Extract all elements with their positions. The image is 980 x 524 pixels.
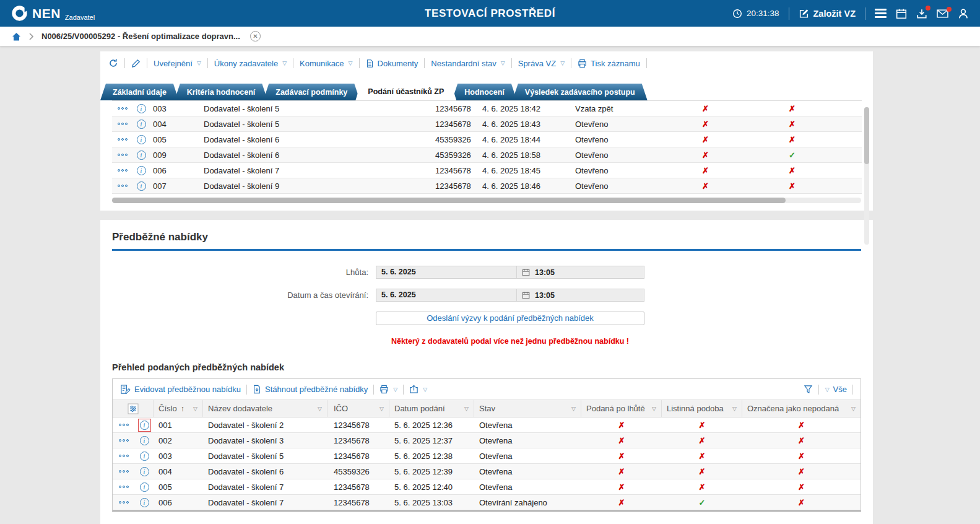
info-icon[interactable]: i [135, 483, 154, 492]
menu-ukony-zadavatele[interactable]: Úkony zadavatele▽ [214, 59, 287, 68]
scrollbar-thumb[interactable] [864, 107, 869, 164]
menu-dokumenty[interactable]: Dokumenty [366, 59, 418, 68]
table-row[interactable]: i 001 Dodavatel - školení 2 12345678 5. … [113, 417, 861, 433]
filter-dropdown-icon[interactable]: ▽ [464, 406, 469, 412]
table-row[interactable]: i 006 Dodavatel - školení 7 12345678 4. … [112, 163, 862, 178]
column-settings-icon[interactable] [113, 400, 154, 417]
info-icon[interactable]: i [133, 135, 149, 144]
cell-supplier-name: Dodavatel - školení 6 [199, 135, 428, 144]
table-row[interactable]: i 009 Dodavatel - školení 6 45359326 4. … [112, 147, 862, 163]
info-icon[interactable]: i [135, 467, 154, 476]
vertical-scrollbar[interactable] [864, 107, 869, 245]
tab-hodnoceni[interactable]: Hodnocení [452, 84, 517, 100]
tab-zadavaci-podminky[interactable]: Zadávací podmínky [263, 84, 360, 100]
table-row[interactable]: i 004 Dodavatel - školení 5 12345678 4. … [112, 116, 862, 132]
horizontal-scrollbar[interactable] [112, 198, 861, 203]
messages-icon[interactable] [937, 9, 948, 18]
close-record-icon[interactable]: ✕ [250, 31, 261, 41]
cell-flag: ✗ [667, 120, 744, 129]
cell-date: 4. 6. 2025 18:44 [475, 135, 568, 144]
row-menu-icon[interactable] [112, 154, 133, 156]
send-call-button[interactable]: Odeslání výzvy k podání předběžných nabí… [376, 312, 644, 325]
column-header-listinna-podoba[interactable]: Listinná podoba▽ [662, 400, 742, 417]
cell-number: 007 [149, 181, 199, 191]
table-row[interactable]: i 003 Dodavatel - školení 5 12345678 5. … [113, 448, 861, 464]
history-refresh-button[interactable] [108, 58, 118, 68]
tab-kriteria-hodnoceni[interactable]: Kritéria hodnocení [175, 84, 267, 100]
nen-logo[interactable]: NEN Zadavatel [11, 5, 95, 22]
row-menu-icon[interactable] [113, 501, 135, 504]
opening-date-field[interactable]: 5. 6. 2025 [376, 289, 517, 301]
filter-dropdown-icon[interactable]: ▽ [318, 406, 322, 412]
divider [571, 58, 571, 68]
row-menu-icon[interactable] [113, 486, 135, 488]
info-icon[interactable]: i [133, 166, 149, 175]
export-grid-button[interactable]: ▽ [409, 385, 427, 394]
opening-time-field[interactable]: 13:05 [517, 289, 644, 301]
info-icon[interactable]: i [133, 181, 149, 191]
row-menu-icon[interactable] [113, 470, 135, 473]
cell-flag: ✗ [667, 104, 744, 113]
print-grid-button[interactable]: ▽ [379, 385, 397, 394]
record-offer-button[interactable]: Evidovat předběžnou nabídku [120, 385, 241, 394]
download-offers-button[interactable]: Stáhnout předběžné nabídky [253, 385, 368, 394]
user-profile-icon[interactable] [958, 8, 969, 19]
row-menu-icon[interactable] [113, 424, 135, 426]
row-menu-icon[interactable] [112, 123, 133, 125]
table-row[interactable]: i 005 Dodavatel - školení 6 45359326 4. … [112, 132, 862, 147]
table-row[interactable]: i 006 Dodavatel - školení 7 12345678 5. … [113, 495, 861, 510]
filter-icon[interactable] [804, 385, 813, 394]
table-row[interactable]: i 005 Dodavatel - školení 7 12345678 5. … [113, 479, 861, 495]
info-icon[interactable]: i [135, 419, 154, 432]
info-icon[interactable]: i [133, 151, 149, 160]
menu-uverejneni[interactable]: Uveřejnění▽ [154, 59, 201, 68]
filter-dropdown-icon[interactable]: ▽ [193, 406, 197, 412]
column-header-podana-po-lhute[interactable]: Podaná po lhůtě▽ [581, 400, 662, 417]
row-menu-icon[interactable] [112, 169, 133, 172]
column-header-ico[interactable]: IČO▽ [327, 400, 389, 417]
column-header-nazev-dodavatele[interactable]: Název dodavatele▽ [203, 400, 327, 417]
filter-all-select[interactable]: ▽ Vše [825, 385, 847, 394]
row-menu-icon[interactable] [112, 185, 133, 187]
menu-sprava-vz[interactable]: Správa VZ▽ [518, 59, 565, 68]
filter-dropdown-icon[interactable]: ▽ [732, 406, 737, 412]
create-vz-button[interactable]: Založit VZ [799, 8, 856, 19]
info-icon[interactable]: i [135, 498, 154, 507]
row-menu-icon[interactable] [112, 107, 133, 110]
edit-record-button[interactable] [131, 59, 141, 68]
tab-podani-ucastniku-zp[interactable]: Podání účastníků ZP [355, 82, 456, 100]
filter-dropdown-icon[interactable]: ▽ [851, 406, 856, 412]
tab-vysledek-zadavaciho-postupu[interactable]: Výsledek zadávacího postupu [513, 84, 648, 100]
home-icon[interactable] [11, 32, 22, 41]
calendar-icon[interactable] [896, 8, 907, 19]
menu-nestandardni-stav[interactable]: Nestandardní stav▽ [431, 59, 505, 68]
downloads-icon[interactable] [916, 8, 927, 19]
filter-dropdown-icon[interactable]: ▽ [571, 406, 576, 412]
deadline-date-field[interactable]: 5. 6. 2025 [376, 266, 517, 278]
cell-status: Otevřeno [568, 181, 667, 191]
info-icon[interactable]: i [135, 436, 154, 445]
info-icon[interactable]: i [133, 104, 149, 113]
filter-dropdown-icon[interactable]: ▽ [652, 406, 656, 412]
row-menu-icon[interactable] [113, 455, 135, 457]
deadline-time-field[interactable]: 13:05 [517, 266, 644, 278]
column-header-oznacena-jako-nepodana[interactable]: Označena jako nepodaná▽ [742, 400, 861, 417]
column-header-cislo[interactable]: Číslo↑▽ [154, 400, 203, 417]
menu-icon[interactable] [875, 9, 887, 18]
menu-komunikace[interactable]: Komunikace▽ [300, 59, 352, 68]
table-row[interactable]: i 003 Dodavatel - školení 5 12345678 4. … [112, 101, 862, 116]
info-icon[interactable]: i [135, 452, 154, 461]
filter-dropdown-icon[interactable]: ▽ [379, 406, 384, 412]
column-header-datum-podani[interactable]: Datum podání▽ [389, 400, 474, 417]
breadcrumb-record-tab[interactable]: N006/25/V00005292 - Řešení optimalizace … [41, 32, 240, 41]
print-record-button[interactable]: Tisk záznamu [578, 59, 640, 68]
tab-zakladni-udaje[interactable]: Základní údaje [100, 84, 179, 100]
column-header-stav[interactable]: Stav▽ [474, 400, 581, 417]
table-row[interactable]: i 002 Dodavatel - školení 3 12345678 5. … [113, 433, 861, 448]
row-menu-icon[interactable] [113, 439, 135, 442]
info-icon[interactable]: i [133, 120, 149, 129]
table-row[interactable]: i 007 Dodavatel - školení 9 12345678 4. … [112, 178, 862, 194]
row-menu-icon[interactable] [112, 138, 133, 141]
table-row[interactable]: i 004 Dodavatel - školení 6 45359326 5. … [113, 464, 861, 479]
scrollbar-thumb[interactable] [112, 198, 786, 203]
